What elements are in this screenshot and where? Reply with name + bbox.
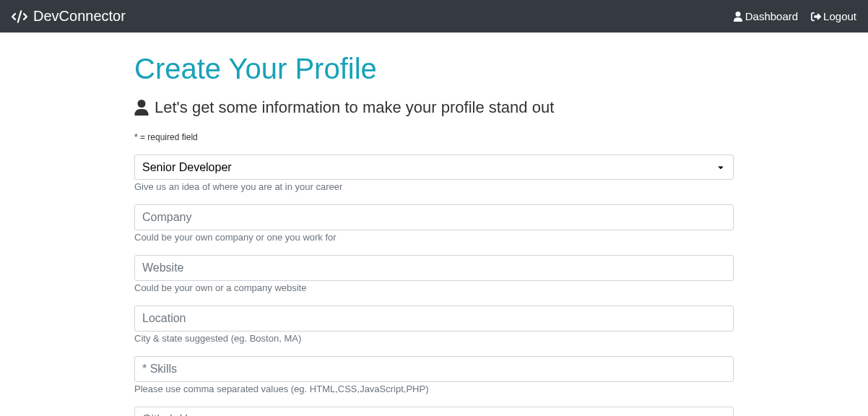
dashboard-link[interactable]: Dashboard	[733, 10, 798, 22]
status-help: Give us an idea of where you are at in y…	[134, 181, 342, 192]
page-title: Create Your Profile	[134, 53, 734, 85]
logout-icon	[811, 12, 821, 22]
navbar: DevConnector Dashboard Logout	[0, 0, 868, 32]
website-group: Could be your own or a company website	[134, 255, 734, 294]
github-input[interactable]	[134, 407, 734, 416]
main-container: Create Your Profile Let's get some infor…	[134, 32, 734, 416]
location-input[interactable]	[134, 306, 734, 332]
location-group: City & state suggested (eg. Boston, MA)	[134, 306, 734, 344]
user-icon	[733, 12, 743, 22]
skills-input[interactable]	[134, 356, 734, 382]
company-input[interactable]	[134, 204, 734, 230]
brand-text: DevConnector	[33, 8, 126, 25]
status-select[interactable]: Senior Developer	[134, 155, 734, 180]
user-icon	[134, 100, 149, 116]
logout-label: Logout	[823, 10, 856, 22]
skills-help: Please use comma separated values (eg. H…	[134, 384, 429, 394]
brand-link[interactable]: DevConnector	[12, 8, 126, 25]
status-group: Senior Developer Give us an idea of wher…	[134, 155, 734, 193]
skills-group: Please use comma separated values (eg. H…	[134, 356, 734, 395]
logout-link[interactable]: Logout	[811, 10, 856, 22]
lead-text: Let's get some information to make your …	[155, 98, 554, 117]
navbar-right: Dashboard Logout	[733, 10, 856, 22]
github-group	[134, 407, 734, 416]
company-group: Could be your own company or one you wor…	[134, 204, 734, 243]
code-icon	[12, 10, 27, 23]
page-lead: Let's get some information to make your …	[134, 98, 734, 117]
profile-form: Senior Developer Give us an idea of wher…	[134, 155, 734, 416]
website-help: Could be your own or a company website	[134, 282, 306, 293]
dashboard-label: Dashboard	[745, 10, 798, 22]
company-help: Could be your own company or one you wor…	[134, 232, 337, 243]
website-input[interactable]	[134, 255, 734, 281]
required-note: * = required field	[134, 132, 198, 142]
location-help: City & state suggested (eg. Boston, MA)	[134, 333, 301, 344]
